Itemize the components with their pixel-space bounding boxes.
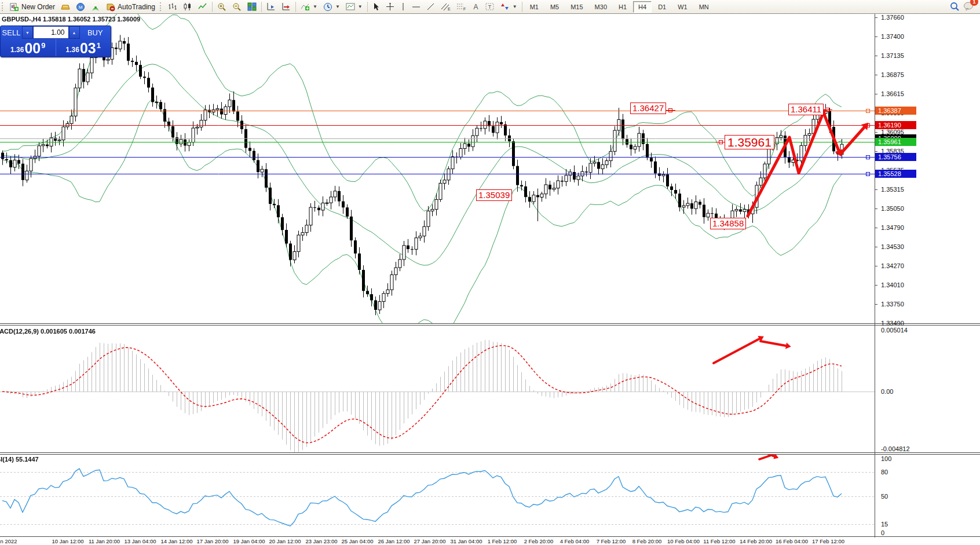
autotrading-button[interactable]: AutoTrading [103,1,158,13]
periods-button[interactable]: ▼ [320,1,343,13]
price-label-badge: 1.36190 [875,121,916,129]
line-chart-button[interactable] [195,1,210,13]
chart-shift-button[interactable] [264,1,279,13]
crosshair-button[interactable] [383,1,397,13]
bar-chart-button[interactable] [165,1,180,13]
text-button[interactable]: A [469,1,482,13]
buy-price[interactable]: 1.36 03 1 [56,39,111,56]
notifications-button[interactable]: 1 [963,1,974,13]
time-label: 1 Feb 12:00 [488,538,517,544]
line-chart-icon [198,2,207,11]
sell-button[interactable]: SELL [1,26,22,39]
zoom-in-button[interactable] [214,1,229,13]
time-label: 7 Feb 12:00 [597,538,626,544]
price-tick-label: 1.37400 [881,33,904,40]
macd-pane[interactable] [0,326,875,452]
vertical-line-icon [400,2,406,11]
macd-axis-label: 0.00 [881,388,893,395]
signals-icon [91,2,100,12]
timeframe-h4[interactable]: H4 [633,1,652,13]
buy-price-sup: 1 [97,41,101,50]
price-tick [875,189,877,190]
signals-button[interactable] [88,1,103,13]
time-label: n 2022 [0,538,17,544]
cursor-icon [372,2,380,11]
price-label-badge: 1.35961 [875,138,916,146]
text-label-button[interactable]: T [482,1,498,13]
cursor-button[interactable] [370,1,383,13]
candlestick-button[interactable] [180,1,195,13]
timeframe-m30[interactable]: M30 [590,1,612,13]
text-label-icon: T [485,2,495,11]
text-icon: A [472,2,480,11]
svg-text:A: A [473,3,478,11]
pane-divider[interactable] [0,452,980,455]
price-tick-label: 1.37660 [881,14,904,21]
toolbar-separator [522,2,522,12]
time-label: 4 Feb 04:00 [560,538,590,544]
auto-scroll-button[interactable] [279,1,294,13]
templates-icon [346,2,355,11]
volume-input[interactable]: 1.00 [33,26,69,39]
price-tick [875,247,877,247]
time-label: 19 Jan 04:00 [233,538,265,544]
time-label: 13 Jan 04:00 [125,538,156,544]
timeframe-d1[interactable]: D1 [653,1,671,13]
rsi-pane[interactable] [0,454,875,537]
timeframe-m15[interactable]: M15 [565,1,588,13]
time-label: 8 Feb 20:00 [632,538,662,544]
fibonacci-button[interactable]: F [454,1,469,13]
notification-badge: 1 [970,0,978,6]
price-annotation[interactable]: 1.36427 [630,103,666,114]
price-tick [875,151,877,152]
vertical-line-button[interactable] [397,1,409,13]
timeframe-m1[interactable]: M1 [525,1,544,13]
mql5-button[interactable]: M [73,1,88,13]
timeframe-mn[interactable]: MN [694,1,714,13]
time-label: 17 Feb 12:00 [812,538,844,544]
volume-increase-button[interactable]: ▲ [69,26,80,39]
timeframe-m5[interactable]: M5 [545,1,564,13]
price-tick [875,304,877,305]
svg-text:T: T [488,4,491,10]
zoom-out-button[interactable] [229,1,244,13]
arrows-tool-button[interactable]: ▼ [498,1,520,13]
channel-button[interactable]: E [438,1,454,13]
crosshair-icon [386,2,394,11]
indicators-button[interactable]: ▼ [298,1,320,13]
buy-price-prefix: 1.36 [66,46,79,54]
toolbar-grip[interactable] [160,2,163,11]
price-annotation[interactable]: 1.34858 [710,218,746,229]
volume-decrease-button[interactable]: ▼ [22,26,33,39]
main-chart[interactable] [0,14,875,323]
toolbar-grip[interactable] [2,2,5,11]
price-tick [875,285,877,286]
svg-text:F: F [463,7,466,11]
timeframe-w1[interactable]: W1 [672,1,693,13]
timeframe-h1[interactable]: H1 [613,1,632,13]
toolbar-separator [261,2,262,12]
sell-price[interactable]: 1.36 00 9 [1,39,56,56]
price-annotation[interactable]: 1.35961 [725,135,774,149]
price-tick [875,209,877,209]
time-label: 25 Jan 04:00 [342,538,374,544]
price-annotation[interactable]: 1.36411 [788,104,824,115]
horizontal-line-button[interactable] [409,1,423,13]
buy-price-big: 03 [80,41,96,56]
price-tick-label: 1.33490 [881,320,904,327]
price-tick [875,56,877,56]
price-annotation[interactable]: 1.35039 [476,189,512,201]
price-tick [875,323,877,324]
trendline-button[interactable] [423,1,438,13]
buy-button[interactable]: BUY [80,26,111,39]
templates-button[interactable]: ▼ [343,1,365,13]
channel-icon: E [441,2,451,11]
new-order-button[interactable]: New Order [7,1,58,13]
autotrading-icon [106,2,115,12]
price-tick-label: 1.35315 [881,186,904,193]
autotrading-label: AutoTrading [118,3,155,11]
tile-windows-button[interactable] [244,1,259,13]
search-icon[interactable] [950,2,960,12]
pane-divider[interactable] [0,323,980,325]
market-button[interactable] [58,1,73,13]
